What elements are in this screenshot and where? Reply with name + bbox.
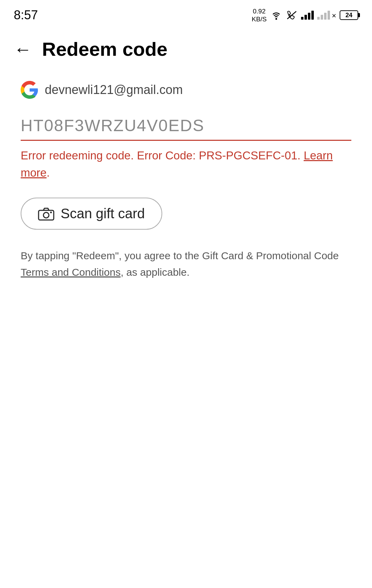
error-text: Error redeeming code. Error Code: PRS-PG… xyxy=(21,149,304,162)
page-title: Redeem code xyxy=(42,38,167,60)
error-message: Error redeeming code. Error Code: PRS-PG… xyxy=(21,147,351,181)
signal-x-icon: × xyxy=(317,11,336,20)
battery-icon: 24 xyxy=(340,10,358,20)
page-header: ← Redeem code xyxy=(0,28,372,71)
terms-before: By tapping "Redeem", you agree to the Gi… xyxy=(21,250,339,261)
terms-text: By tapping "Redeem", you agree to the Gi… xyxy=(21,248,351,281)
camera-icon xyxy=(38,207,54,221)
error-period: . xyxy=(46,166,50,179)
code-input[interactable] xyxy=(21,113,351,141)
page-content: devnewli121@gmail.com Error redeeming co… xyxy=(0,71,372,294)
account-email: devnewli121@gmail.com xyxy=(45,83,183,97)
scan-button-label: Scan gift card xyxy=(61,206,145,221)
wifi-icon xyxy=(270,10,282,20)
back-button[interactable]: ← xyxy=(14,40,32,58)
terms-after: , as applicable. xyxy=(121,266,189,278)
svg-point-4 xyxy=(50,211,52,213)
account-row: devnewli121@gmail.com xyxy=(21,81,351,99)
google-logo xyxy=(21,81,39,99)
network-speed: 0.92KB/S xyxy=(252,7,267,23)
battery-level: 24 xyxy=(345,12,352,19)
signal-bars xyxy=(301,11,314,20)
scan-gift-card-button[interactable]: Scan gift card xyxy=(21,198,162,230)
status-bar: 8:57 0.92KB/S xyxy=(0,0,372,28)
svg-point-0 xyxy=(276,18,277,20)
terms-link[interactable]: Terms and Conditions xyxy=(21,266,121,278)
svg-point-3 xyxy=(43,212,49,218)
status-time: 8:57 xyxy=(14,8,38,22)
call-slash-icon xyxy=(286,10,298,20)
status-icons: 0.92KB/S × xyxy=(252,7,358,23)
code-input-wrapper[interactable] xyxy=(21,113,351,141)
